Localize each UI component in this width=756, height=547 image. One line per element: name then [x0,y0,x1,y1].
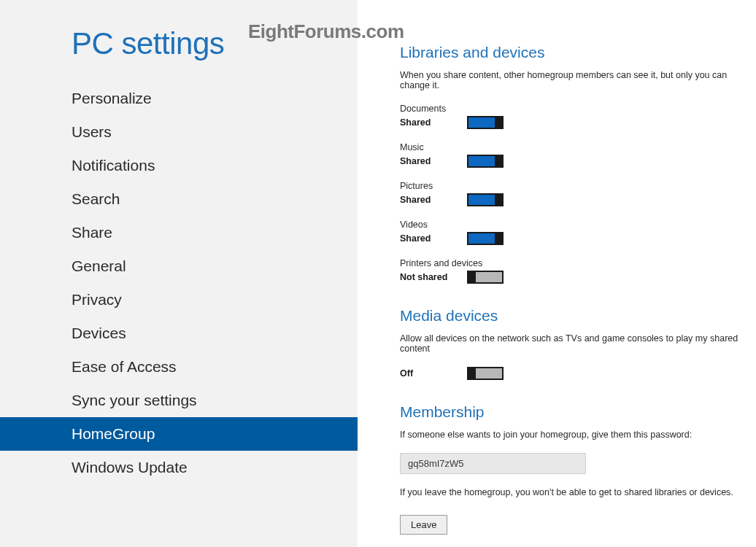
homegroup-password[interactable]: gq58mI7zW5 [400,453,586,474]
toggle-label: Music [400,142,756,152]
sidebar-item-personalize[interactable]: Personalize [0,82,358,115]
toggle-state: Shared [400,195,467,205]
media-toggle[interactable] [467,367,504,380]
membership-join-desc: If someone else wants to join your homeg… [400,430,756,440]
toggle-row-music: MusicShared [400,142,756,168]
toggle-knob [495,155,504,168]
sidebar-item-search[interactable]: Search [0,182,358,216]
libraries-desc: When you share content, other homegroup … [400,70,756,90]
toggle-documents[interactable] [467,116,504,129]
toggle-state: Not shared [400,272,467,282]
libraries-title: Libraries and devices [400,44,756,61]
toggle-label: Videos [400,220,756,230]
toggle-knob [495,232,504,245]
toggle-label: Pictures [400,181,756,191]
sidebar-item-windows-update[interactable]: Windows Update [0,451,358,484]
toggle-row-documents: DocumentsShared [400,104,756,129]
toggle-printers-and-devices[interactable] [467,271,504,284]
toggle-state: Shared [400,156,467,166]
sidebar-item-share[interactable]: Share [0,216,358,249]
sidebar-items: PersonalizeUsersNotificationsSearchShare… [0,82,358,484]
toggle-knob [467,271,476,284]
toggle-label: Printers and devices [400,258,756,268]
sidebar-item-devices[interactable]: Devices [0,317,358,350]
membership-leave-desc: If you leave the homegroup, you won't be… [400,487,756,497]
sidebar: PC settings PersonalizeUsersNotification… [0,0,358,547]
toggle-knob [467,367,476,380]
media-toggle-state: Off [400,368,467,379]
sidebar-item-general[interactable]: General [0,249,358,283]
toggle-knob [495,193,504,206]
media-desc: Allow all devices on the network such as… [400,333,756,354]
leave-button[interactable]: Leave [400,515,447,535]
sidebar-item-ease-of-access[interactable]: Ease of Access [0,350,358,384]
membership-title: Membership [400,403,756,421]
sidebar-item-notifications[interactable]: Notifications [0,149,358,182]
section-membership: Membership If someone else wants to join… [400,403,756,535]
section-libraries: Libraries and devices When you share con… [400,44,756,284]
app-container: PC settings PersonalizeUsersNotification… [0,0,756,547]
toggle-row-videos: VideosShared [400,220,756,245]
toggle-state: Shared [400,117,467,128]
media-title: Media devices [400,307,756,325]
toggle-row-pictures: PicturesShared [400,181,756,206]
sidebar-item-users[interactable]: Users [0,115,358,149]
toggle-videos[interactable] [467,232,504,245]
sidebar-item-sync-your-settings[interactable]: Sync your settings [0,384,358,417]
toggle-row-printers-and-devices: Printers and devicesNot shared [400,258,756,284]
main-panel: Libraries and devices When you share con… [358,0,756,547]
section-media: Media devices Allow all devices on the n… [400,307,756,380]
sidebar-item-privacy[interactable]: Privacy [0,283,358,317]
toggle-pictures[interactable] [467,193,504,206]
toggle-label: Documents [400,104,756,114]
toggle-music[interactable] [467,155,504,168]
sidebar-title: PC settings [0,26,358,61]
media-toggle-row: Off [400,367,756,380]
toggle-state: Shared [400,233,467,244]
sidebar-item-homegroup[interactable]: HomeGroup [0,417,358,451]
toggle-knob [495,116,504,129]
